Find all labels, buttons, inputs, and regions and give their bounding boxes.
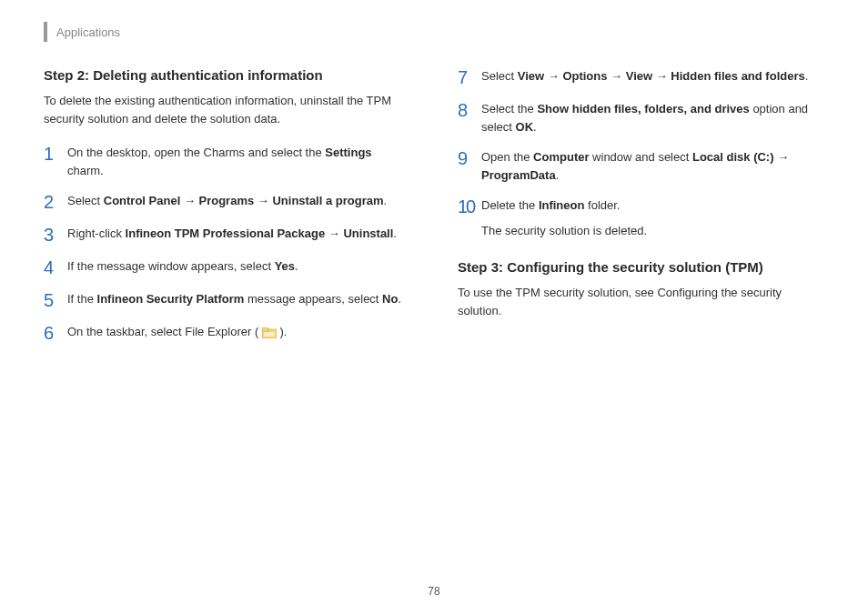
step-number: 10	[458, 196, 481, 216]
text: folder.	[584, 198, 620, 212]
step3-intro: To use the TPM security solution, see Co…	[458, 284, 824, 319]
step2-item-5: 5 If the Infineon Security Platform mess…	[44, 290, 410, 310]
step2-intro: To delete the existing authentication in…	[44, 92, 410, 127]
bold: ProgramData	[481, 168, 556, 182]
step-text: Delete the Infineon folder. The security…	[481, 196, 824, 239]
text: Select	[481, 69, 518, 83]
step-number: 6	[44, 323, 67, 343]
page-header: Applications	[44, 22, 824, 42]
file-explorer-icon	[262, 327, 277, 338]
step-number: 5	[44, 290, 67, 310]
arrow-icon: →	[325, 226, 343, 240]
step-text: Select the Show hidden files, folders, a…	[481, 100, 824, 136]
step-number: 8	[458, 100, 481, 120]
step-number: 9	[458, 148, 481, 168]
bold: Computer	[533, 150, 589, 164]
bold: Settings	[325, 146, 371, 159]
step2-item-8: 8 Select the Show hidden files, folders,…	[458, 100, 824, 136]
step-text: Select Control Panel → Programs → Uninst…	[67, 192, 410, 210]
step-number: 3	[44, 225, 67, 245]
bold: Hidden files and folders	[671, 69, 804, 83]
section-title: Applications	[56, 25, 120, 39]
step2-item-2: 2 Select Control Panel → Programs → Unin…	[44, 192, 410, 212]
step-text: Open the Computer window and select Loca…	[481, 148, 824, 184]
step-number: 4	[44, 257, 67, 277]
text: .	[556, 168, 560, 182]
bold: Options	[562, 69, 607, 83]
bold: View	[626, 69, 652, 83]
step2-item-6: 6 On the taskbar, select File Explorer (…	[44, 323, 410, 343]
bold: Control Panel	[104, 194, 181, 207]
step2-item-1: 1 On the desktop, open the Charms and se…	[44, 144, 410, 179]
text: If the	[67, 292, 97, 306]
step-text: If the Infineon Security Platform messag…	[67, 290, 410, 308]
bold: View	[518, 69, 544, 83]
svg-rect-2	[264, 332, 275, 337]
arrow-icon: →	[254, 194, 272, 207]
text: message appears, select	[244, 292, 382, 306]
header-rule	[44, 22, 47, 42]
text: Open the	[481, 150, 533, 164]
step2-item-4: 4 If the message window appears, select …	[44, 257, 410, 277]
step-text: On the taskbar, select File Explorer ( )…	[67, 323, 410, 341]
page: Applications Step 2: Deleting authentica…	[0, 0, 868, 614]
arrow-icon: →	[774, 150, 790, 164]
step-subtext: The security solution is deleted.	[481, 222, 824, 240]
step3-title: Step 3: Configuring the security solutio…	[458, 259, 824, 275]
arrow-icon: →	[607, 69, 625, 83]
text: .	[398, 292, 401, 306]
left-column: Step 2: Deleting authentication informat…	[44, 67, 410, 356]
step-text: If the message window appears, select Ye…	[67, 257, 410, 276]
text: On the taskbar, select File Explorer (	[67, 325, 262, 338]
step3-block: Step 3: Configuring the security solutio…	[458, 259, 824, 319]
text: ).	[277, 325, 288, 338]
step-text: Select View → Options → View → Hidden fi…	[481, 67, 824, 86]
arrow-icon: →	[180, 194, 198, 207]
text: .	[384, 194, 388, 207]
bold: Infineon TPM Professional Package	[126, 226, 326, 240]
text: If the message window appears, select	[67, 259, 275, 273]
arrow-icon: →	[544, 69, 562, 83]
text: Right-click	[67, 226, 126, 240]
text: On the desktop, open the Charms and sele…	[67, 146, 325, 159]
step-number: 7	[458, 67, 481, 87]
step2-item-10: 10 Delete the Infineon folder. The secur…	[458, 196, 824, 239]
bold: No	[382, 292, 398, 306]
text: .	[295, 259, 298, 273]
bold: OK	[516, 120, 534, 134]
step2-item-7: 7 Select View → Options → View → Hidden …	[458, 67, 824, 87]
bold: Uninstall a program	[272, 194, 383, 207]
step-number: 2	[44, 192, 67, 212]
step2-title: Step 2: Deleting authentication informat…	[44, 67, 410, 83]
text: charm.	[67, 164, 104, 177]
bold: Yes	[275, 259, 295, 273]
page-number: 78	[0, 585, 868, 598]
svg-rect-1	[262, 327, 268, 331]
text: Select the	[481, 102, 537, 116]
text: Select	[67, 194, 104, 207]
right-column: 7 Select View → Options → View → Hidden …	[458, 67, 824, 356]
step-text: On the desktop, open the Charms and sele…	[67, 144, 410, 179]
bold: Uninstall	[343, 226, 393, 240]
text: .	[805, 69, 809, 83]
bold: Infineon	[539, 198, 585, 212]
text: Delete the	[481, 198, 539, 212]
step2-item-9: 9 Open the Computer window and select Lo…	[458, 148, 824, 184]
step2-item-3: 3 Right-click Infineon TPM Professional …	[44, 225, 410, 245]
step-text: Right-click Infineon TPM Professional Pa…	[67, 225, 410, 243]
text: .	[393, 226, 397, 240]
bold: Programs	[199, 194, 255, 207]
content-columns: Step 2: Deleting authentication informat…	[44, 67, 824, 356]
bold: Infineon Security Platform	[97, 292, 245, 306]
arrow-icon: →	[652, 69, 671, 83]
bold: Show hidden files, folders, and drives	[537, 102, 749, 116]
text: window and select	[590, 150, 692, 164]
bold: Local disk (C:)	[692, 150, 774, 164]
text: .	[533, 120, 537, 134]
step-number: 1	[44, 144, 67, 164]
